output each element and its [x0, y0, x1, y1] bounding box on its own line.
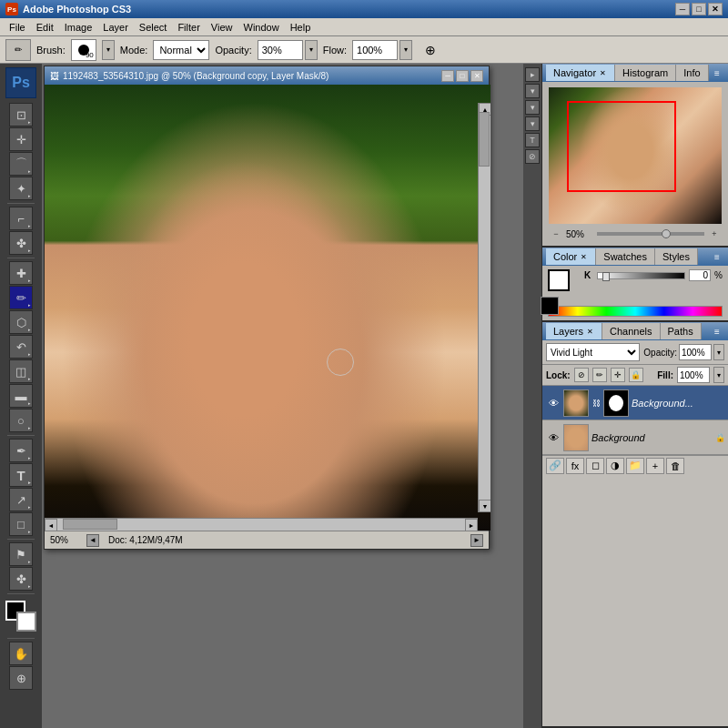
maximize-button[interactable]: □ — [692, 3, 706, 15]
layer-group-btn[interactable]: 📁 — [626, 458, 644, 474]
opacity-value[interactable]: 100% — [679, 344, 712, 360]
tool-marquee-rect[interactable]: ⊡▸ — [9, 103, 33, 126]
close-button[interactable]: ✕ — [708, 3, 723, 15]
zoom-slider-thumb[interactable] — [662, 229, 671, 238]
layer-row-background[interactable]: 👁 Background 🔒 — [542, 420, 728, 455]
doc-close[interactable]: ✕ — [470, 70, 483, 82]
k-slider-track[interactable] — [597, 272, 685, 279]
layer-fx-btn[interactable]: fx — [566, 458, 584, 474]
tool-magic-wand[interactable]: ✦▸ — [9, 177, 33, 200]
menu-view[interactable]: View — [206, 20, 238, 35]
color-background-swatch[interactable] — [541, 297, 559, 315]
tool-shape[interactable]: □▸ — [9, 512, 33, 536]
color-spectrum-bar[interactable] — [548, 306, 723, 317]
document-canvas[interactable]: ▲ ▼ ◄ ► — [45, 85, 490, 531]
k-slider-thumb[interactable] — [602, 272, 610, 281]
zoom-in-icon[interactable]: + — [708, 228, 721, 240]
doc-maximize[interactable]: □ — [456, 70, 469, 82]
status-nav-prev[interactable]: ◄ — [86, 534, 99, 547]
lock-all-btn[interactable]: 🔒 — [629, 368, 643, 382]
tool-lasso[interactable]: ⌒▸ — [9, 152, 33, 176]
minimize-button[interactable]: ─ — [675, 3, 690, 15]
layer-link-btn[interactable]: 🔗 — [546, 458, 564, 474]
tool-pen[interactable]: ✒▸ — [9, 439, 33, 462]
color-swatches[interactable] — [5, 601, 36, 632]
tab-swatches[interactable]: Swatches — [596, 248, 655, 265]
menu-file[interactable]: File — [4, 20, 31, 35]
panel-toggle-4[interactable]: ▾ — [525, 116, 540, 131]
menu-filter[interactable]: Filter — [172, 20, 205, 35]
tool-zoom[interactable]: ⊕ — [9, 666, 33, 690]
layer-visibility-2[interactable]: 👁 — [546, 430, 561, 445]
layer-row-background-copy[interactable]: 👁 ⛓ Background... — [542, 386, 728, 420]
panel-toggle-2[interactable]: ▾ — [525, 84, 540, 98]
tab-channels[interactable]: Channels — [602, 323, 660, 339]
flow-dropdown[interactable]: ▾ — [399, 40, 412, 60]
menu-edit[interactable]: Edit — [31, 20, 59, 35]
lock-position-btn[interactable]: ✛ — [611, 368, 625, 382]
menu-layer[interactable]: Layer — [97, 20, 134, 35]
menu-help[interactable]: Help — [285, 20, 317, 35]
lock-pixels-btn[interactable]: ✏ — [592, 368, 607, 382]
panel-toggle-1[interactable]: ▸ — [525, 67, 540, 82]
tab-paths[interactable]: Paths — [661, 323, 702, 339]
canvas-scrollbar-v[interactable]: ▲ ▼ — [478, 103, 490, 512]
scroll-thumb-h[interactable] — [63, 519, 117, 530]
scroll-down[interactable]: ▼ — [479, 500, 490, 512]
navigator-close[interactable]: ✕ — [598, 68, 607, 77]
tool-history-brush[interactable]: ↶▸ — [9, 335, 33, 359]
tool-path-selection[interactable]: ↗▸ — [9, 488, 33, 511]
blend-mode-select[interactable]: Vivid Light — [546, 343, 640, 361]
panel-toggle-5[interactable]: T — [525, 133, 540, 147]
tab-styles[interactable]: Styles — [655, 248, 698, 265]
navigator-options[interactable]: ≡ — [710, 66, 724, 80]
layers-close[interactable]: ✕ — [585, 327, 594, 336]
tool-brush[interactable]: ✏▸ — [9, 286, 33, 309]
tool-dodge[interactable]: ○▸ — [9, 409, 33, 432]
scroll-left[interactable]: ◄ — [45, 519, 57, 531]
tab-navigator[interactable]: Navigator ✕ — [546, 65, 615, 81]
tool-eraser[interactable]: ◫▸ — [9, 359, 33, 383]
tool-eyedropper[interactable]: ✤▸ — [9, 231, 33, 255]
canvas-scrollbar-h[interactable]: ◄ ► — [45, 518, 478, 531]
tab-color[interactable]: Color ✕ — [546, 248, 596, 265]
tool-gradient[interactable]: ▬▸ — [9, 384, 33, 408]
menu-window[interactable]: Window — [238, 20, 285, 35]
color-foreground-swatch[interactable] — [548, 269, 570, 291]
panel-toggle-3[interactable]: ▾ — [525, 100, 540, 115]
layers-options[interactable]: ≡ — [710, 324, 724, 339]
panel-toggle-6[interactable]: ⊘ — [525, 149, 540, 164]
tool-measure[interactable]: ✤▸ — [9, 567, 33, 591]
airbrush-btn[interactable]: ⊕ — [421, 41, 440, 59]
lock-transparent-btn[interactable]: ⊘ — [574, 368, 589, 382]
opacity-arrow[interactable]: ▾ — [713, 344, 724, 360]
k-slider-value[interactable]: 0 — [689, 269, 711, 281]
tab-info[interactable]: Info — [676, 65, 708, 81]
menu-image[interactable]: Image — [59, 20, 98, 35]
opacity-value[interactable]: 30% — [258, 40, 303, 60]
scroll-right[interactable]: ► — [465, 519, 478, 531]
doc-minimize[interactable]: ─ — [441, 70, 454, 82]
tool-healing[interactable]: ✚▸ — [9, 261, 33, 285]
tool-type[interactable]: T▸ — [9, 463, 33, 487]
status-nav-next[interactable]: ► — [470, 534, 483, 547]
fill-value[interactable]: 100% — [677, 367, 710, 383]
brush-preview[interactable]: 90 — [71, 39, 96, 61]
background-color[interactable] — [16, 612, 36, 632]
flow-value[interactable]: 100% — [352, 40, 398, 60]
zoom-out-icon[interactable]: − — [550, 228, 562, 240]
layer-adjustment-btn[interactable]: ◑ — [606, 458, 624, 474]
tab-layers[interactable]: Layers ✕ — [546, 323, 602, 339]
tool-hand[interactable]: ✋ — [9, 642, 33, 665]
tool-crop[interactable]: ⌐▸ — [9, 207, 33, 230]
tool-icon[interactable]: ✏ — [5, 39, 31, 61]
tool-move[interactable]: ✛ — [9, 127, 33, 151]
layer-mask-btn[interactable]: ◻ — [586, 458, 604, 474]
menu-select[interactable]: Select — [134, 20, 173, 35]
tab-histogram[interactable]: Histogram — [615, 65, 676, 81]
layer-delete-btn[interactable]: 🗑 — [666, 458, 684, 474]
layer-new-btn[interactable]: + — [646, 458, 664, 474]
tool-stamp[interactable]: ⬡▸ — [9, 310, 33, 334]
color-options[interactable]: ≡ — [710, 249, 724, 264]
mode-select[interactable]: Normal — [153, 40, 209, 60]
